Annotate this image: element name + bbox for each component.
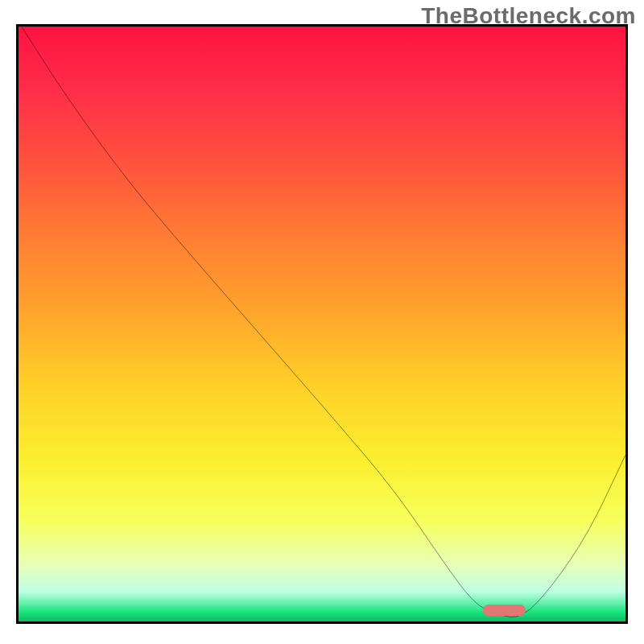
watermark-label: TheBottleneck.com [421,3,636,29]
minimum-marker [483,605,526,616]
chart-frame: TheBottleneck.com [0,0,644,644]
bottleneck-curve [19,27,625,621]
chart-plot-area [16,24,628,624]
